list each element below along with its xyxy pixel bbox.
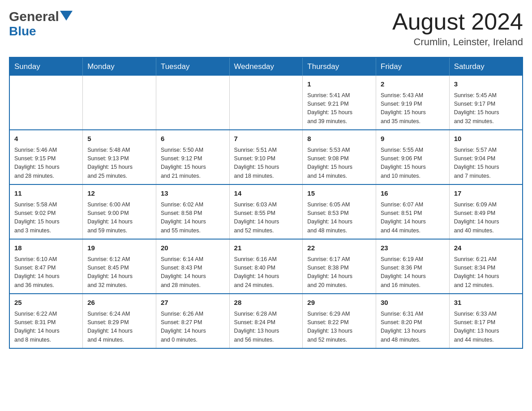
day-of-week-header: Friday [376,57,450,76]
day-info: Sunrise: 5:43 AM Sunset: 9:19 PM Dayligh… [381,91,445,126]
calendar-table: SundayMondayTuesdayWednesdayThursdayFrid… [9,57,523,349]
calendar-cell: 12Sunrise: 6:00 AM Sunset: 9:00 PM Dayli… [83,184,156,239]
day-info: Sunrise: 6:12 AM Sunset: 8:45 PM Dayligh… [87,255,151,290]
day-number: 9 [381,134,445,144]
day-info: Sunrise: 5:46 AM Sunset: 9:15 PM Dayligh… [14,146,78,181]
day-info: Sunrise: 6:24 AM Sunset: 8:29 PM Dayligh… [87,310,151,345]
calendar-cell: 15Sunrise: 6:05 AM Sunset: 8:53 PM Dayli… [303,184,376,239]
calendar-cell: 28Sunrise: 6:28 AM Sunset: 8:24 PM Dayli… [229,294,303,348]
calendar-cell: 26Sunrise: 6:24 AM Sunset: 8:29 PM Dayli… [83,294,156,348]
calendar-cell: 2Sunrise: 5:43 AM Sunset: 9:19 PM Daylig… [376,76,450,130]
day-info: Sunrise: 6:10 AM Sunset: 8:47 PM Dayligh… [14,255,78,290]
day-info: Sunrise: 6:28 AM Sunset: 8:24 PM Dayligh… [234,310,298,345]
calendar-week-row: 25Sunrise: 6:22 AM Sunset: 8:31 PM Dayli… [9,294,523,348]
calendar-week-row: 1Sunrise: 5:41 AM Sunset: 9:21 PM Daylig… [9,76,523,130]
calendar-cell: 6Sunrise: 5:50 AM Sunset: 9:12 PM Daylig… [156,130,229,184]
logo-triangle-icon [60,11,73,22]
day-number: 22 [307,243,371,253]
day-number: 21 [234,243,298,253]
day-of-week-header: Saturday [449,57,523,76]
day-info: Sunrise: 5:51 AM Sunset: 9:10 PM Dayligh… [234,146,298,181]
day-number: 27 [161,298,225,308]
calendar-cell: 8Sunrise: 5:53 AM Sunset: 9:08 PM Daylig… [303,130,376,184]
calendar-cell: 29Sunrise: 6:29 AM Sunset: 8:22 PM Dayli… [303,294,376,348]
calendar-cell [83,76,156,130]
day-number: 8 [307,134,371,144]
calendar-header-row: SundayMondayTuesdayWednesdayThursdayFrid… [9,57,523,76]
day-number: 18 [14,243,78,253]
calendar-cell: 23Sunrise: 6:19 AM Sunset: 8:36 PM Dayli… [376,239,450,294]
day-info: Sunrise: 6:21 AM Sunset: 8:34 PM Dayligh… [454,255,518,290]
day-info: Sunrise: 5:48 AM Sunset: 9:13 PM Dayligh… [87,146,151,181]
day-info: Sunrise: 6:09 AM Sunset: 8:49 PM Dayligh… [454,201,518,235]
day-info: Sunrise: 6:31 AM Sunset: 8:20 PM Dayligh… [381,310,445,345]
calendar-cell: 30Sunrise: 6:31 AM Sunset: 8:20 PM Dayli… [376,294,450,348]
day-number: 16 [381,188,445,199]
calendar-cell: 13Sunrise: 6:02 AM Sunset: 8:58 PM Dayli… [156,184,229,239]
day-number: 30 [381,298,445,308]
day-info: Sunrise: 6:07 AM Sunset: 8:51 PM Dayligh… [381,201,445,235]
calendar-week-row: 4Sunrise: 5:46 AM Sunset: 9:15 PM Daylig… [9,130,523,184]
day-info: Sunrise: 6:33 AM Sunset: 8:17 PM Dayligh… [454,310,518,345]
logo-blue-text: Blue [9,24,36,39]
month-title: August 2024 [392,9,523,34]
calendar-cell [9,76,83,130]
day-number: 5 [87,134,151,144]
day-number: 20 [161,243,225,253]
day-number: 19 [87,243,151,253]
day-info: Sunrise: 6:26 AM Sunset: 8:27 PM Dayligh… [161,310,225,345]
day-number: 4 [14,134,78,144]
calendar-cell: 27Sunrise: 6:26 AM Sunset: 8:27 PM Dayli… [156,294,229,348]
day-of-week-header: Thursday [303,57,376,76]
calendar-cell [156,76,229,130]
day-number: 7 [234,134,298,144]
day-number: 29 [307,298,371,308]
day-number: 31 [454,298,518,308]
day-number: 3 [454,79,518,90]
calendar-cell: 20Sunrise: 6:14 AM Sunset: 8:43 PM Dayli… [156,239,229,294]
day-number: 24 [454,243,518,253]
logo: General Blue [9,9,73,39]
calendar-week-row: 18Sunrise: 6:10 AM Sunset: 8:47 PM Dayli… [9,239,523,294]
calendar-cell: 5Sunrise: 5:48 AM Sunset: 9:13 PM Daylig… [83,130,156,184]
day-info: Sunrise: 6:00 AM Sunset: 9:00 PM Dayligh… [87,201,151,235]
calendar-cell: 21Sunrise: 6:16 AM Sunset: 8:40 PM Dayli… [229,239,303,294]
day-number: 17 [454,188,518,199]
day-number: 23 [381,243,445,253]
day-of-week-header: Sunday [9,57,83,76]
calendar-week-row: 11Sunrise: 5:58 AM Sunset: 9:02 PM Dayli… [9,184,523,239]
calendar-cell: 4Sunrise: 5:46 AM Sunset: 9:15 PM Daylig… [9,130,83,184]
calendar-cell [229,76,303,130]
day-info: Sunrise: 5:58 AM Sunset: 9:02 PM Dayligh… [14,201,78,235]
calendar-cell: 10Sunrise: 5:57 AM Sunset: 9:04 PM Dayli… [449,130,523,184]
day-number: 14 [234,188,298,199]
calendar-cell: 3Sunrise: 5:45 AM Sunset: 9:17 PM Daylig… [449,76,523,130]
page-header: General Blue August 2024 Crumlin, Leinst… [9,9,523,48]
day-of-week-header: Tuesday [156,57,229,76]
calendar-cell: 24Sunrise: 6:21 AM Sunset: 8:34 PM Dayli… [449,239,523,294]
calendar-cell: 1Sunrise: 5:41 AM Sunset: 9:21 PM Daylig… [303,76,376,130]
day-info: Sunrise: 6:16 AM Sunset: 8:40 PM Dayligh… [234,255,298,290]
calendar-cell: 25Sunrise: 6:22 AM Sunset: 8:31 PM Dayli… [9,294,83,348]
day-number: 12 [87,188,151,199]
day-info: Sunrise: 6:17 AM Sunset: 8:38 PM Dayligh… [307,255,371,290]
calendar-cell: 14Sunrise: 6:03 AM Sunset: 8:55 PM Dayli… [229,184,303,239]
calendar-cell: 16Sunrise: 6:07 AM Sunset: 8:51 PM Dayli… [376,184,450,239]
calendar-cell: 7Sunrise: 5:51 AM Sunset: 9:10 PM Daylig… [229,130,303,184]
day-info: Sunrise: 6:14 AM Sunset: 8:43 PM Dayligh… [161,255,225,290]
day-info: Sunrise: 5:41 AM Sunset: 9:21 PM Dayligh… [307,91,371,126]
logo-general-text: General [9,9,59,24]
calendar-cell: 18Sunrise: 6:10 AM Sunset: 8:47 PM Dayli… [9,239,83,294]
day-number: 26 [87,298,151,308]
svg-marker-0 [60,11,73,21]
calendar-cell: 9Sunrise: 5:55 AM Sunset: 9:06 PM Daylig… [376,130,450,184]
calendar-cell: 19Sunrise: 6:12 AM Sunset: 8:45 PM Dayli… [83,239,156,294]
day-number: 2 [381,79,445,90]
day-info: Sunrise: 5:55 AM Sunset: 9:06 PM Dayligh… [381,146,445,181]
day-info: Sunrise: 5:53 AM Sunset: 9:08 PM Dayligh… [307,146,371,181]
day-info: Sunrise: 6:03 AM Sunset: 8:55 PM Dayligh… [234,201,298,235]
day-number: 15 [307,188,371,199]
day-info: Sunrise: 6:29 AM Sunset: 8:22 PM Dayligh… [307,310,371,345]
day-info: Sunrise: 6:05 AM Sunset: 8:53 PM Dayligh… [307,201,371,235]
day-number: 11 [14,188,78,199]
